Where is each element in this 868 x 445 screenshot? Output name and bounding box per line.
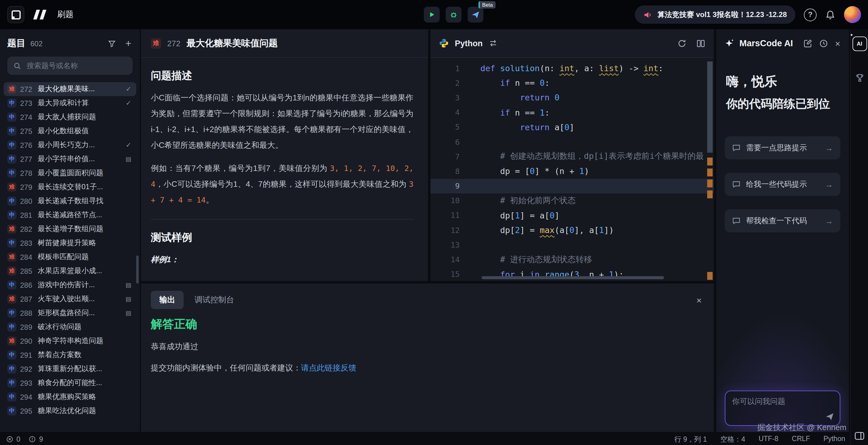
ai-suggestion-card[interactable]: 帮我检查一下代码→: [725, 209, 840, 232]
search-input[interactable]: [26, 61, 126, 70]
filter-icon[interactable]: [107, 39, 116, 48]
bell-icon[interactable]: [825, 9, 835, 20]
code-line[interactable]: 5 return a[0]: [431, 120, 714, 135]
problem-list-item[interactable]: 中286游戏中的伤害计...▤: [4, 278, 136, 292]
status-item[interactable]: UTF-8: [758, 435, 778, 444]
code-line[interactable]: 3 return 0: [431, 90, 714, 105]
problem-list-item[interactable]: 中274最大敌人捕获问题: [4, 110, 136, 124]
debug-button[interactable]: [446, 7, 462, 23]
run-button[interactable]: [424, 7, 440, 23]
problem-id: 286: [20, 281, 34, 289]
ai-suggestion-card[interactable]: 给我一些代码提示→: [725, 173, 840, 196]
problem-list-item[interactable]: 中289破冰行动问题: [4, 320, 136, 334]
tab-debug-console[interactable]: 调试控制台: [194, 294, 234, 305]
code-line[interactable]: 7 # 创建动态规划数组，dp[i]表示考虑前i个糖果时的最: [431, 149, 714, 164]
problem-list-item[interactable]: 难287火车驶入驶出顺...▤: [4, 292, 136, 306]
ai-greeting: 嗨，悦乐: [726, 73, 839, 90]
code-line[interactable]: 12 dp[2] = max(a[0], a[1]): [431, 222, 714, 237]
add-icon[interactable]: +: [125, 38, 131, 49]
problem-list-item[interactable]: 中281最长递减路径节点...: [4, 208, 136, 222]
ai-header: MarsCode AI ×: [716, 29, 849, 57]
editor-scrollbar[interactable]: [707, 61, 713, 153]
language-label[interactable]: Python: [455, 39, 483, 48]
problem-id: 274: [20, 113, 34, 121]
ai-suggestion-card[interactable]: 需要一点思路提示→: [725, 136, 840, 159]
status-item[interactable]: Python: [823, 435, 845, 444]
problem-list-item[interactable]: 难290神奇字符串构造问题: [4, 334, 136, 348]
sidebar: 题目 602 + 难272最大化糖果美味...✓中273最大异或和计算✓中274…: [0, 29, 140, 432]
line-number: 2: [431, 79, 468, 88]
code-line[interactable]: 10 # 初始化前两个状态: [431, 193, 714, 208]
workspace-logo-icon[interactable]: [7, 6, 24, 23]
problem-list-item[interactable]: 中278最小覆盖圆面积问题: [4, 166, 136, 180]
code-line[interactable]: 2 if n == 0:: [431, 76, 714, 90]
problem-list-item[interactable]: 中275最小化数组极值: [4, 124, 136, 138]
contest-banner[interactable]: 算法竞技赛 vol1 3报名啦！12.23 -12.28: [635, 5, 796, 24]
tab-output[interactable]: 输出: [151, 291, 184, 309]
status-item[interactable]: CRLF: [792, 435, 810, 444]
code-editor[interactable]: 1def solution(n: int, a: list) -> int:2 …: [431, 58, 714, 281]
reset-code-icon[interactable]: [677, 39, 686, 48]
difficulty-badge: 中: [7, 406, 17, 415]
code-line[interactable]: 8 dp = [0] * (n + 1): [431, 164, 714, 179]
close-icon[interactable]: ×: [835, 38, 840, 48]
chat-bubble-icon: [732, 144, 741, 152]
contest-icon[interactable]: [855, 73, 864, 83]
status-item[interactable]: 空格：4: [720, 435, 745, 444]
ai-input[interactable]: [732, 397, 833, 416]
ai-greeting-sub: 你的代码陪练已到位: [726, 96, 839, 112]
feedback-line: 提交功能内测体验中，任何问题或者建议：请点此链接反馈: [151, 362, 704, 374]
panel-toggle-icon[interactable]: [854, 431, 865, 440]
send-icon[interactable]: [825, 412, 834, 421]
search-box[interactable]: [7, 57, 132, 75]
problem-list-item[interactable]: 中288矩形棋盘路径问...▤: [4, 306, 136, 320]
compare-icon[interactable]: [696, 39, 705, 48]
editor-hscrollbar[interactable]: [482, 276, 664, 279]
problem-list-item[interactable]: 难284模板串匹配问题: [4, 250, 136, 264]
problem-list-item[interactable]: 难272最大化糖果美味...✓: [4, 82, 136, 96]
problem-id: 285: [20, 267, 34, 275]
new-chat-icon[interactable]: [803, 39, 812, 48]
problem-list-item[interactable]: 中280最长递减子数组寻找: [4, 194, 136, 208]
divider: [151, 219, 413, 219]
code-line[interactable]: 11 dp[1] = a[0]: [431, 208, 714, 222]
problem-list-item[interactable]: 中276最小周长巧克力...✓: [4, 138, 136, 152]
problem-list-item[interactable]: 中291禁着点方案数: [4, 348, 136, 362]
ai-assistant-icon[interactable]: AI: [852, 36, 867, 51]
code-line[interactable]: 13: [431, 238, 714, 252]
code-line[interactable]: 6: [431, 135, 714, 149]
sidebar-scrollbar[interactable]: [136, 256, 138, 284]
problem-list-item[interactable]: 中293粮食分配的可能性...: [4, 376, 136, 390]
switch-language-icon[interactable]: [489, 39, 497, 48]
help-icon[interactable]: ?: [804, 8, 817, 21]
marscode-logo-icon[interactable]: [32, 9, 50, 20]
ai-suggestion-label: 帮我检查一下代码: [746, 216, 820, 226]
problem-list-item[interactable]: 难282最长递增子数组问题: [4, 222, 136, 236]
problem-list-item[interactable]: 中273最大异或和计算✓: [4, 96, 136, 110]
problem-list-item[interactable]: 难285水果店果篮最小成...: [4, 264, 136, 278]
nav-practice[interactable]: 刷题: [57, 9, 73, 20]
avatar[interactable]: [844, 6, 861, 23]
history-icon[interactable]: [819, 39, 828, 48]
close-icon[interactable]: ×: [696, 295, 702, 305]
problem-list-item[interactable]: 难279最长连续交替01子...: [4, 180, 136, 194]
difficulty-badge: 中: [7, 98, 17, 108]
problem-description: 小C面临一个选择问题：她可以从编号为1到n的糖果中任意选择一些糖果作为奖励，但需…: [151, 90, 413, 153]
problem-title: 火车驶入驶出顺...: [38, 294, 122, 304]
problem-list-item[interactable]: 中295糖果吃法优化问题: [4, 404, 136, 418]
code-line[interactable]: 4 if n == 1:: [431, 105, 714, 120]
problem-id: 289: [20, 323, 34, 331]
problem-list-item[interactable]: 中294糖果优惠购买策略: [4, 390, 136, 404]
code-line[interactable]: 1def solution(n: int, a: list) -> int:: [431, 61, 714, 76]
problem-list-item[interactable]: 中283树苗健康提升策略: [4, 236, 136, 250]
feedback-link[interactable]: 请点此链接反馈: [301, 363, 356, 372]
code-line[interactable]: 9: [431, 179, 714, 193]
problem-list-item[interactable]: 中277最小字符串价值...▤: [4, 152, 136, 166]
marscode-ai-icon: [725, 38, 735, 48]
status-item[interactable]: 行 9，列 1: [674, 435, 707, 444]
ai-input-box[interactable]: [725, 390, 840, 426]
problem-list-item[interactable]: 中292算珠重新分配以获...: [4, 362, 136, 376]
code-line[interactable]: 14 # 进行动态规划状态转移: [431, 252, 714, 267]
submit-button[interactable]: Beta: [468, 7, 484, 23]
problems-summary[interactable]: 0 9: [0, 436, 43, 443]
